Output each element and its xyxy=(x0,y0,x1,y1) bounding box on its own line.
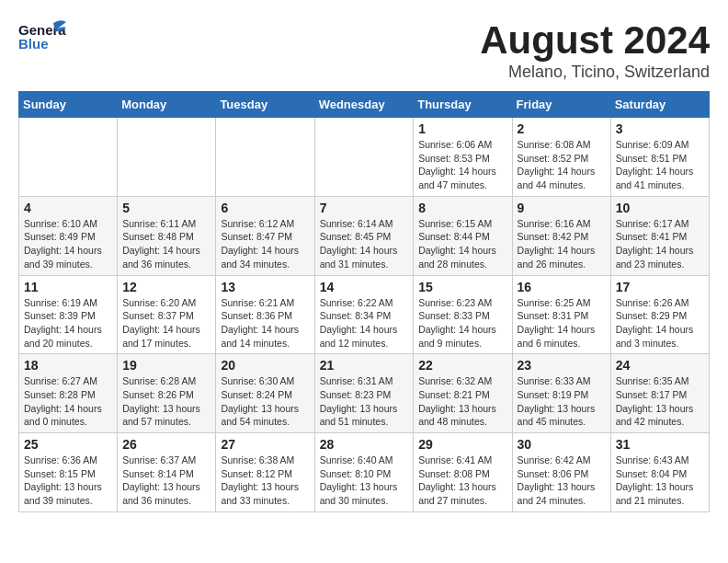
day-info: Sunrise: 6:43 AM Sunset: 8:04 PM Dayligh… xyxy=(616,454,704,508)
day-number: 15 xyxy=(418,280,506,294)
weekday-header-saturday: Saturday xyxy=(610,92,709,118)
day-number: 5 xyxy=(122,201,210,215)
day-info: Sunrise: 6:37 AM Sunset: 8:14 PM Dayligh… xyxy=(122,454,210,508)
day-number: 16 xyxy=(518,280,606,294)
weekday-header-sunday: Sunday xyxy=(19,92,118,118)
day-number: 9 xyxy=(518,201,606,215)
day-number: 1 xyxy=(418,121,506,136)
day-number: 6 xyxy=(221,201,309,215)
calendar-cell: 9Sunrise: 6:16 AM Sunset: 8:42 PM Daylig… xyxy=(512,196,610,275)
day-number: 17 xyxy=(616,280,704,294)
day-number: 12 xyxy=(122,280,210,294)
calendar-cell: 20Sunrise: 6:30 AM Sunset: 8:24 PM Dayli… xyxy=(216,354,314,433)
day-number: 25 xyxy=(24,437,112,452)
calendar-cell: 21Sunrise: 6:31 AM Sunset: 8:23 PM Dayli… xyxy=(314,354,414,433)
day-info: Sunrise: 6:35 AM Sunset: 8:17 PM Dayligh… xyxy=(616,374,704,429)
day-number: 10 xyxy=(616,201,704,215)
day-number: 30 xyxy=(518,437,606,452)
day-info: Sunrise: 6:23 AM Sunset: 8:33 PM Dayligh… xyxy=(418,296,506,350)
day-number: 31 xyxy=(616,437,704,452)
day-number: 28 xyxy=(320,437,409,452)
day-info: Sunrise: 6:26 AM Sunset: 8:29 PM Dayligh… xyxy=(616,296,704,350)
day-number: 3 xyxy=(616,121,704,136)
week-row-4: 25Sunrise: 6:36 AM Sunset: 8:15 PM Dayli… xyxy=(19,433,710,512)
title-area: August 2024 Melano, Ticino, Switzerland xyxy=(480,18,710,82)
day-info: Sunrise: 6:17 AM Sunset: 8:41 PM Dayligh… xyxy=(616,217,704,271)
day-number: 22 xyxy=(418,358,506,373)
calendar-cell: 17Sunrise: 6:26 AM Sunset: 8:29 PM Dayli… xyxy=(610,275,709,354)
calendar-cell: 5Sunrise: 6:11 AM Sunset: 8:48 PM Daylig… xyxy=(118,196,216,275)
calendar-cell: 18Sunrise: 6:27 AM Sunset: 8:28 PM Dayli… xyxy=(19,354,118,433)
calendar-cell: 19Sunrise: 6:28 AM Sunset: 8:26 PM Dayli… xyxy=(118,354,216,433)
calendar-cell: 8Sunrise: 6:15 AM Sunset: 8:44 PM Daylig… xyxy=(414,196,512,275)
day-info: Sunrise: 6:27 AM Sunset: 8:28 PM Dayligh… xyxy=(24,374,112,429)
day-number: 24 xyxy=(616,358,704,373)
day-info: Sunrise: 6:30 AM Sunset: 8:24 PM Dayligh… xyxy=(221,374,309,429)
calendar-cell: 15Sunrise: 6:23 AM Sunset: 8:33 PM Dayli… xyxy=(414,275,512,354)
calendar-cell: 25Sunrise: 6:36 AM Sunset: 8:15 PM Dayli… xyxy=(19,433,118,512)
calendar-cell: 29Sunrise: 6:41 AM Sunset: 8:08 PM Dayli… xyxy=(414,433,512,512)
calendar-cell: 4Sunrise: 6:10 AM Sunset: 8:49 PM Daylig… xyxy=(19,196,118,275)
header: General Blue August 2024 Melano, Ticino,… xyxy=(18,18,710,82)
day-info: Sunrise: 6:19 AM Sunset: 8:39 PM Dayligh… xyxy=(24,296,112,350)
weekday-header-friday: Friday xyxy=(512,92,610,118)
calendar-cell xyxy=(19,118,118,197)
day-info: Sunrise: 6:06 AM Sunset: 8:53 PM Dayligh… xyxy=(418,138,506,192)
day-number: 11 xyxy=(24,280,112,294)
calendar-cell: 27Sunrise: 6:38 AM Sunset: 8:12 PM Dayli… xyxy=(216,433,314,512)
day-number: 13 xyxy=(221,280,309,294)
day-info: Sunrise: 6:11 AM Sunset: 8:48 PM Dayligh… xyxy=(122,217,210,271)
calendar-cell: 30Sunrise: 6:42 AM Sunset: 8:06 PM Dayli… xyxy=(512,433,610,512)
weekday-header-thursday: Thursday xyxy=(414,92,512,118)
calendar-table: SundayMondayTuesdayWednesdayThursdayFrid… xyxy=(18,91,710,512)
day-number: 23 xyxy=(518,358,606,373)
calendar-cell xyxy=(314,118,414,197)
day-info: Sunrise: 6:15 AM Sunset: 8:44 PM Dayligh… xyxy=(418,217,506,271)
calendar-cell: 14Sunrise: 6:22 AM Sunset: 8:34 PM Dayli… xyxy=(314,275,414,354)
calendar-cell: 13Sunrise: 6:21 AM Sunset: 8:36 PM Dayli… xyxy=(216,275,314,354)
weekday-header-wednesday: Wednesday xyxy=(314,92,414,118)
calendar-cell: 28Sunrise: 6:40 AM Sunset: 8:10 PM Dayli… xyxy=(314,433,414,512)
calendar-cell: 1Sunrise: 6:06 AM Sunset: 8:53 PM Daylig… xyxy=(414,118,512,197)
logo: General Blue xyxy=(18,18,66,59)
calendar-title: August 2024 xyxy=(480,18,710,63)
day-info: Sunrise: 6:20 AM Sunset: 8:37 PM Dayligh… xyxy=(122,296,210,350)
week-row-1: 4Sunrise: 6:10 AM Sunset: 8:49 PM Daylig… xyxy=(19,196,710,275)
calendar-cell: 23Sunrise: 6:33 AM Sunset: 8:19 PM Dayli… xyxy=(512,354,610,433)
day-number: 21 xyxy=(320,358,409,373)
day-number: 26 xyxy=(122,437,210,452)
day-number: 18 xyxy=(24,358,112,373)
day-number: 7 xyxy=(320,201,409,215)
calendar-cell: 31Sunrise: 6:43 AM Sunset: 8:04 PM Dayli… xyxy=(610,433,709,512)
calendar-cell xyxy=(118,118,216,197)
day-info: Sunrise: 6:14 AM Sunset: 8:45 PM Dayligh… xyxy=(320,217,409,271)
day-info: Sunrise: 6:21 AM Sunset: 8:36 PM Dayligh… xyxy=(221,296,309,350)
week-row-3: 18Sunrise: 6:27 AM Sunset: 8:28 PM Dayli… xyxy=(19,354,710,433)
calendar-cell: 7Sunrise: 6:14 AM Sunset: 8:45 PM Daylig… xyxy=(314,196,414,275)
calendar-subtitle: Melano, Ticino, Switzerland xyxy=(480,63,710,82)
weekday-header-tuesday: Tuesday xyxy=(216,92,314,118)
day-info: Sunrise: 6:36 AM Sunset: 8:15 PM Dayligh… xyxy=(24,454,112,508)
day-info: Sunrise: 6:38 AM Sunset: 8:12 PM Dayligh… xyxy=(221,454,309,508)
day-info: Sunrise: 6:10 AM Sunset: 8:49 PM Dayligh… xyxy=(24,217,112,271)
day-number: 8 xyxy=(418,201,506,215)
calendar-cell: 2Sunrise: 6:08 AM Sunset: 8:52 PM Daylig… xyxy=(512,118,610,197)
day-info: Sunrise: 6:40 AM Sunset: 8:10 PM Dayligh… xyxy=(320,454,409,508)
day-info: Sunrise: 6:22 AM Sunset: 8:34 PM Dayligh… xyxy=(320,296,409,350)
day-info: Sunrise: 6:25 AM Sunset: 8:31 PM Dayligh… xyxy=(518,296,606,350)
calendar-cell: 10Sunrise: 6:17 AM Sunset: 8:41 PM Dayli… xyxy=(610,196,709,275)
week-row-2: 11Sunrise: 6:19 AM Sunset: 8:39 PM Dayli… xyxy=(19,275,710,354)
day-info: Sunrise: 6:41 AM Sunset: 8:08 PM Dayligh… xyxy=(418,454,506,508)
week-row-0: 1Sunrise: 6:06 AM Sunset: 8:53 PM Daylig… xyxy=(19,118,710,197)
calendar-cell xyxy=(216,118,314,197)
day-info: Sunrise: 6:09 AM Sunset: 8:51 PM Dayligh… xyxy=(616,138,704,192)
day-number: 4 xyxy=(24,201,112,215)
day-info: Sunrise: 6:16 AM Sunset: 8:42 PM Dayligh… xyxy=(518,217,606,271)
calendar-cell: 26Sunrise: 6:37 AM Sunset: 8:14 PM Dayli… xyxy=(118,433,216,512)
day-number: 20 xyxy=(221,358,309,373)
day-info: Sunrise: 6:31 AM Sunset: 8:23 PM Dayligh… xyxy=(320,374,409,429)
calendar-cell: 12Sunrise: 6:20 AM Sunset: 8:37 PM Dayli… xyxy=(118,275,216,354)
calendar-cell: 3Sunrise: 6:09 AM Sunset: 8:51 PM Daylig… xyxy=(610,118,709,197)
day-info: Sunrise: 6:28 AM Sunset: 8:26 PM Dayligh… xyxy=(122,374,210,429)
svg-text:Blue: Blue xyxy=(18,36,49,52)
